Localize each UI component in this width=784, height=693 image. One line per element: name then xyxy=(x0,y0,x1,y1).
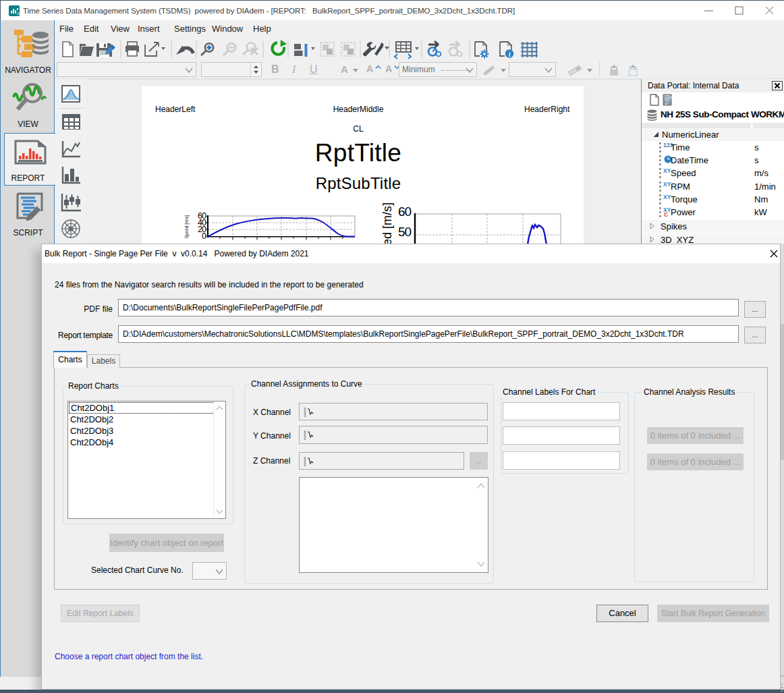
svg-text:60: 60 xyxy=(398,204,412,219)
svg-text:i: i xyxy=(509,51,511,58)
svg-text:ed [m/s]: ed [m/s] xyxy=(381,202,394,246)
svg-text:A: A xyxy=(613,64,616,69)
svg-text:A: A xyxy=(632,64,635,69)
svg-text:Speed [m/s]: Speed [m/s] xyxy=(184,215,190,238)
svg-text:24: 24 xyxy=(17,11,20,16)
svg-text:50: 50 xyxy=(398,225,412,239)
